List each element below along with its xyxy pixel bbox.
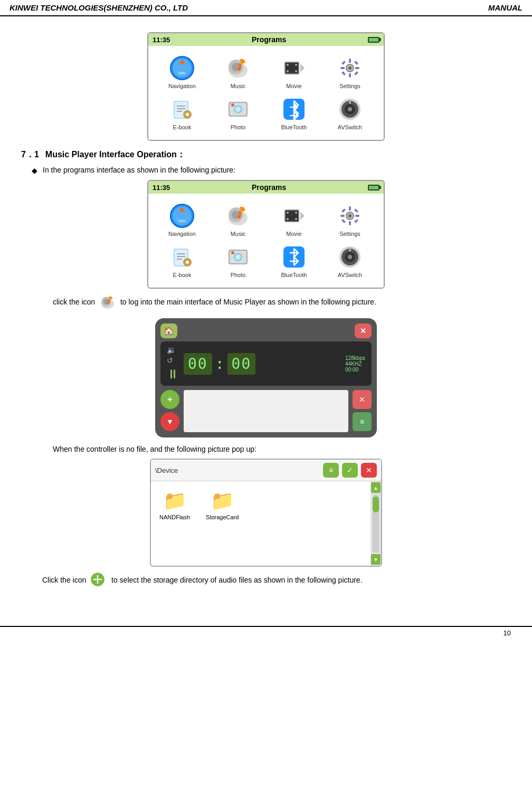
svg-rect-60 <box>349 221 351 225</box>
app-grid-2: NAV Navigation <box>154 199 378 282</box>
fb-header: \Device ≡ ✓ ✕ <box>151 460 381 481</box>
svg-rect-20 <box>354 61 358 65</box>
mp-pause-button[interactable]: ⏸ <box>167 367 179 382</box>
fb-close-button[interactable]: ✕ <box>361 463 377 478</box>
bottom-text: Click the icon to select the storage dir… <box>42 572 490 589</box>
app-label-ebook-2: E-book <box>173 272 192 278</box>
app-label-music-1: Music <box>231 83 246 89</box>
nandflash-folder-icon: 📁 <box>163 490 187 512</box>
svg-point-12 <box>295 64 297 66</box>
svg-rect-15 <box>349 59 351 63</box>
inline-text-block: click the icon to log into the main inte… <box>53 294 479 311</box>
svg-point-57 <box>295 218 297 220</box>
mp-top-bar: 🏠 ✕ <box>160 323 372 338</box>
app-settings-2[interactable]: Settings <box>324 201 376 239</box>
app-photo-2[interactable]: Photo <box>212 242 264 280</box>
svg-rect-66 <box>354 219 358 223</box>
app-bluetooth-2[interactable]: BlueTooth <box>268 242 320 280</box>
folder-nandflash[interactable]: 📁 NANDFlash <box>159 490 190 520</box>
app-ebook-1[interactable]: E-book <box>156 94 208 132</box>
svg-rect-65 <box>341 219 346 223</box>
svg-point-78 <box>235 254 241 260</box>
svg-point-68 <box>348 214 352 217</box>
mp-list-button[interactable]: ≡ <box>353 412 372 431</box>
bullet-1: ◆ In the programs interface as shown in … <box>32 166 511 175</box>
nandflash-label: NANDFlash <box>159 514 190 520</box>
second-screen-container: 11:35 Programs NAV <box>21 180 511 289</box>
movie-icon-2 <box>281 203 307 229</box>
svg-rect-21 <box>341 71 346 75</box>
mp-down-button[interactable]: ▼ <box>160 412 179 431</box>
first-phone-screen: 11:35 Programs NAV <box>147 32 385 141</box>
screen-header-2: 11:35 Programs <box>148 181 384 194</box>
app-ebook-2[interactable]: E-book <box>156 242 208 280</box>
fb-check-button[interactable]: ✓ <box>342 463 358 478</box>
ebook-icon-1 <box>169 97 195 122</box>
app-movie-1[interactable]: Movie <box>268 53 320 91</box>
screen-time-1: 11:35 <box>153 36 170 44</box>
svg-point-50 <box>238 215 241 218</box>
storagecard-label: StorageCard <box>206 514 239 520</box>
screen-body-1: NAV Navigation <box>148 46 384 140</box>
mp-display: 🔉 ↺ ⏸ 00 : 00 128kbps 44KHZ 00:00 <box>160 341 372 386</box>
app-avswitch-2[interactable]: AVSwitch <box>324 242 376 280</box>
app-label-settings-2: Settings <box>339 231 360 237</box>
mp-freq: 44KHZ <box>345 361 365 367</box>
app-label-photo-2: Photo <box>231 272 246 278</box>
music-icon-1 <box>225 55 251 81</box>
app-photo-1[interactable]: Photo <box>212 94 264 132</box>
app-movie-2[interactable]: Movie <box>268 201 320 239</box>
settings-icon-2 <box>337 203 363 229</box>
app-bluetooth-1[interactable]: BlueTooth <box>268 94 320 132</box>
fb-scroll-up[interactable]: ▲ <box>371 482 381 493</box>
fb-scroll-thumb <box>373 497 379 512</box>
mp-volume-icon: 🔉 <box>167 346 179 354</box>
mp-delete-button[interactable]: ✕ <box>353 390 372 409</box>
fb-scroll-down[interactable]: ▼ <box>371 554 381 565</box>
svg-point-11 <box>287 70 289 72</box>
mp-add-button[interactable]: + <box>160 390 179 409</box>
photo-icon-1 <box>225 97 251 122</box>
fb-scrollbar[interactable]: ▲ ▼ <box>370 481 381 566</box>
svg-point-55 <box>287 218 289 220</box>
mp-right-buttons: ✕ ≡ <box>353 390 372 432</box>
svg-point-79 <box>231 251 234 254</box>
inline-text-before: click the icon <box>53 298 95 306</box>
svg-rect-63 <box>341 208 346 213</box>
app-music-2[interactable]: Music <box>212 201 264 239</box>
app-label-bluetooth-1: BlueTooth <box>281 124 307 130</box>
mp-home-button[interactable]: 🏠 <box>160 323 177 338</box>
app-avswitch-1[interactable]: AVSwitch <box>324 94 376 132</box>
fb-list-button[interactable]: ≡ <box>323 463 339 478</box>
app-navigation-1[interactable]: NAV Navigation <box>156 53 208 91</box>
app-music-1[interactable]: Music <box>212 53 264 91</box>
app-settings-1[interactable]: Settings <box>324 53 376 91</box>
screen-body-2: NAV Navigation <box>148 194 384 288</box>
svg-rect-61 <box>340 215 345 217</box>
mp-digits-left: 00 <box>184 353 212 375</box>
app-label-ebook-1: E-book <box>173 124 192 130</box>
svg-text:NAV: NAV <box>178 71 186 75</box>
svg-point-35 <box>231 103 234 107</box>
music-icon-2 <box>225 203 251 229</box>
svg-rect-43 <box>349 100 351 104</box>
svg-point-56 <box>295 212 297 214</box>
svg-point-84 <box>348 255 352 259</box>
svg-point-13 <box>295 70 297 72</box>
app-navigation-2[interactable]: NAV Navigation <box>156 201 208 239</box>
app-label-navigation-2: Navigation <box>168 231 196 237</box>
when-no-file-text: When the controller is no file, and the … <box>53 445 479 453</box>
folder-storagecard[interactable]: 📁 StorageCard <box>206 490 239 520</box>
second-phone-screen: 11:35 Programs NAV <box>147 180 385 289</box>
app-label-avswitch-1: AVSwitch <box>338 124 362 130</box>
fb-path: \Device <box>155 467 320 474</box>
mp-bottom: + ▼ ✕ ≡ <box>160 390 372 432</box>
app-label-music-2: Music <box>231 231 246 237</box>
app-label-movie-1: Movie <box>286 83 301 89</box>
fb-body: 📁 NANDFlash 📁 StorageCard ▲ ▼ <box>151 481 381 566</box>
music-app-icon <box>99 294 116 311</box>
mp-close-button[interactable]: ✕ <box>355 323 372 338</box>
app-label-bluetooth-2: BlueTooth <box>281 272 307 278</box>
bottom-text-1: Click the icon <box>42 576 86 584</box>
music-player-container: 🏠 ✕ 🔉 ↺ ⏸ 00 : 00 128kbps 44KHZ <box>21 318 511 437</box>
